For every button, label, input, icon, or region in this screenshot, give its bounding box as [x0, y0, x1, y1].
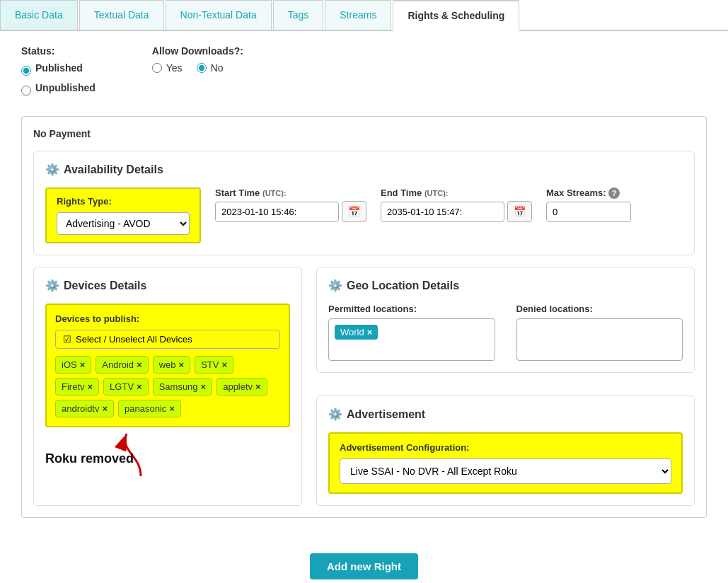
gear-icon-ad: ⚙️	[328, 408, 342, 421]
annotation-area: Roku removed	[45, 430, 290, 487]
tab-textual-data[interactable]: Textual Data	[79, 0, 164, 30]
max-streams-group: Max Streams: ?	[546, 187, 631, 222]
rights-type-box: Rights Type: Advertising - AVODSubscript…	[45, 187, 201, 243]
unpublished-label: Unpublished	[35, 82, 96, 93]
device-tag-stv[interactable]: STV ×	[195, 356, 233, 374]
ad-config-box: Advertisement Configuration: Live SSAI -…	[328, 432, 683, 494]
main-content: Status: Published Unpublished Allow Down…	[0, 31, 728, 583]
max-streams-input[interactable]	[546, 202, 631, 222]
roku-removed-label: Roku removed	[45, 451, 134, 466]
end-time-label: End Time (UTC):	[381, 187, 532, 198]
geo-title: ⚙️ Geo Location Details	[328, 279, 683, 292]
tab-tags[interactable]: Tags	[273, 0, 324, 30]
remove-world[interactable]: ×	[367, 327, 373, 337]
end-time-wrap: 📅	[381, 201, 532, 222]
device-tag-lgtv[interactable]: LGTV ×	[103, 378, 149, 396]
published-label: Published	[35, 62, 83, 74]
device-tag-appletv[interactable]: appletv ×	[216, 378, 267, 396]
start-time-calendar-btn[interactable]: 📅	[342, 201, 366, 222]
remove-lgtv[interactable]: ×	[137, 381, 142, 392]
bottom-bar: Add new Right	[21, 532, 707, 583]
allow-downloads-label: Allow Downloads?:	[152, 45, 243, 57]
availability-fields: Rights Type: Advertising - AVODSubscript…	[45, 187, 683, 243]
allow-downloads-row: Yes No	[152, 62, 243, 76]
status-group: Status: Published Unpublished	[21, 45, 96, 102]
advertisement-card: ⚙️ Advertisement Advertisement Configura…	[316, 396, 695, 506]
allow-downloads-group: Allow Downloads?: Yes No	[152, 45, 243, 102]
tab-non-textual-data[interactable]: Non-Textual Data	[166, 0, 272, 30]
device-tags: iOS × Android × web × STV × Firetv × LGT…	[55, 356, 280, 417]
geo-card: ⚙️ Geo Location Details Permitted locati…	[316, 267, 695, 373]
start-time-label: Start Time (UTC):	[215, 187, 366, 198]
denied-label: Denied locations:	[516, 304, 683, 314]
no-payment-section: No Payment ⚙️ Availability Details Right…	[21, 116, 707, 518]
right-column: ⚙️ Geo Location Details Permitted locati…	[316, 267, 695, 506]
remove-appletv[interactable]: ×	[255, 381, 261, 392]
rights-type-select[interactable]: Advertising - AVODSubscription - SVODPay…	[57, 212, 190, 235]
end-time-group: End Time (UTC): 📅	[381, 187, 532, 222]
downloads-no-label: No	[211, 62, 224, 74]
unpublished-radio[interactable]	[21, 86, 31, 96]
location-tag-world[interactable]: World ×	[335, 325, 378, 340]
remove-firetv[interactable]: ×	[88, 381, 93, 392]
two-col-row: ⚙️ Devices Details Devices to publish: ☑…	[33, 267, 695, 506]
downloads-yes-radio[interactable]	[152, 63, 162, 73]
max-streams-label: Max Streams: ?	[546, 187, 631, 199]
status-row: Status: Published Unpublished Allow Down…	[21, 45, 707, 102]
rights-type-label: Rights Type:	[57, 196, 190, 207]
ad-config-label: Advertisement Configuration:	[340, 442, 671, 453]
start-time-input[interactable]	[215, 202, 339, 222]
devices-label: Devices to publish:	[55, 313, 280, 324]
device-tag-samsung[interactable]: Samsung ×	[153, 378, 213, 396]
downloads-no-radio[interactable]	[197, 63, 207, 73]
remove-androidtv[interactable]: ×	[102, 403, 108, 414]
downloads-no-option[interactable]: No	[197, 62, 224, 74]
locations-row: Permitted locations: World × Denied loca…	[328, 304, 683, 361]
devices-title: ⚙️ Devices Details	[45, 279, 290, 292]
tab-streams[interactable]: Streams	[325, 0, 391, 30]
unpublished-option[interactable]: Unpublished	[21, 82, 96, 99]
permitted-label: Permitted locations:	[328, 304, 495, 314]
end-time-calendar-btn[interactable]: 📅	[507, 201, 532, 222]
device-tag-firetv[interactable]: Firetv ×	[55, 378, 99, 396]
select-all-devices-btn[interactable]: ☑ Select / Unselect All Devices	[55, 330, 280, 349]
published-option[interactable]: Published	[21, 62, 96, 79]
gear-icon: ⚙️	[45, 163, 59, 176]
device-tag-web[interactable]: web ×	[153, 356, 190, 374]
denied-locations-group: Denied locations:	[516, 304, 683, 361]
device-tag-ios[interactable]: iOS ×	[55, 356, 91, 374]
tab-basic-data[interactable]: Basic Data	[0, 0, 78, 30]
status-label: Status:	[21, 45, 96, 57]
tab-rights-scheduling[interactable]: Rights & Scheduling	[393, 0, 519, 31]
device-tag-android[interactable]: Android ×	[96, 356, 148, 374]
permitted-locations-box[interactable]: World ×	[328, 318, 495, 361]
ad-config-select[interactable]: Live SSAI - No DVR - All Except RokuLive…	[340, 458, 671, 484]
tabs-bar: Basic Data Textual Data Non-Textual Data…	[0, 0, 728, 31]
remove-web[interactable]: ×	[179, 359, 185, 370]
remove-ios[interactable]: ×	[80, 359, 86, 370]
downloads-yes-label: Yes	[166, 62, 183, 74]
device-tag-androidtv[interactable]: androidtv ×	[55, 400, 114, 417]
gear-icon-geo: ⚙️	[328, 279, 342, 292]
remove-stv[interactable]: ×	[221, 359, 227, 370]
remove-panasonic[interactable]: ×	[169, 403, 175, 414]
end-time-input[interactable]	[381, 202, 504, 222]
devices-box: Devices to publish: ☑ Select / Unselect …	[45, 304, 290, 427]
gear-icon-devices: ⚙️	[45, 279, 59, 292]
advertisement-title: ⚙️ Advertisement	[328, 408, 683, 421]
add-new-right-button[interactable]: Add new Right	[310, 553, 418, 579]
downloads-yes-option[interactable]: Yes	[152, 62, 183, 74]
availability-title: ⚙️ Availability Details	[45, 163, 683, 176]
remove-samsung[interactable]: ×	[201, 381, 207, 392]
checkbox-icon: ☑	[63, 334, 71, 345]
start-time-group: Start Time (UTC): 📅	[215, 187, 366, 222]
published-radio[interactable]	[21, 66, 31, 76]
devices-card: ⚙️ Devices Details Devices to publish: ☑…	[33, 267, 302, 506]
denied-locations-box[interactable]	[516, 318, 683, 361]
device-tag-panasonic[interactable]: panasonic ×	[118, 400, 181, 417]
max-streams-help-icon[interactable]: ?	[608, 187, 620, 199]
start-time-wrap: 📅	[215, 201, 366, 222]
no-payment-title: No Payment	[33, 128, 695, 139]
remove-android[interactable]: ×	[137, 359, 142, 370]
availability-card: ⚙️ Availability Details Rights Type: Adv…	[33, 151, 695, 255]
